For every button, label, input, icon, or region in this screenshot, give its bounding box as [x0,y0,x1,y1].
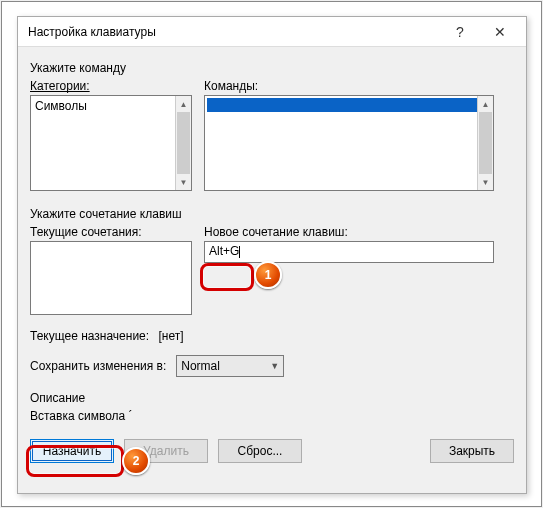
categories-label: Категории: [30,79,192,93]
categories-item[interactable]: Символы [33,98,189,114]
specify-command-label: Укажите команду [30,61,514,75]
close-dialog-button[interactable]: Закрыть [430,439,514,463]
current-keys-listbox[interactable] [30,241,192,315]
specify-shortcut-label: Укажите сочетание клавиш [30,207,514,221]
save-in-select[interactable]: Normal ▼ [176,355,284,377]
current-keys-label: Текущие сочетания: [30,225,192,239]
save-in-label: Сохранить изменения в: [30,359,166,373]
keyboard-customize-dialog: Настройка клавиатуры ? ✕ Укажите команду… [17,16,527,494]
dialog-title: Настройка клавиатуры [28,25,440,39]
chevron-down-icon: ▼ [270,361,279,371]
remove-button: Удалить [124,439,208,463]
current-assignment-value: [нет] [158,329,183,343]
current-assignment-row: Текущее назначение: [нет] [30,329,514,343]
current-assignment-label: Текущее назначение: [30,329,149,343]
scroll-thumb[interactable] [177,112,190,174]
new-shortcut-input[interactable]: Alt+G [204,241,494,263]
save-in-value: Normal [181,359,220,373]
reset-button[interactable]: Сброс... [218,439,302,463]
description-label: Описание [30,391,514,405]
help-button[interactable]: ? [440,17,480,46]
new-shortcut-value: Alt+G [209,244,239,258]
close-button[interactable]: ✕ [480,17,520,46]
scroll-thumb[interactable] [479,112,492,174]
commands-label: Команды: [204,79,514,93]
scroll-down-icon[interactable]: ▼ [176,174,191,190]
commands-selected-item[interactable] [207,98,491,112]
scroll-up-icon[interactable]: ▲ [176,96,191,112]
scrollbar[interactable]: ▲ ▼ [175,96,191,190]
scroll-down-icon[interactable]: ▼ [478,174,493,190]
categories-listbox[interactable]: Символы ▲ ▼ [30,95,192,191]
scroll-up-icon[interactable]: ▲ [478,96,493,112]
scrollbar[interactable]: ▲ ▼ [477,96,493,190]
new-key-label: Новое сочетание клавиш: [204,225,514,239]
assign-button[interactable]: Назначить [30,439,114,463]
description-text: Вставка символа ´ [30,409,514,423]
titlebar: Настройка клавиатуры ? ✕ [18,17,526,47]
commands-listbox[interactable]: ▲ ▼ [204,95,494,191]
